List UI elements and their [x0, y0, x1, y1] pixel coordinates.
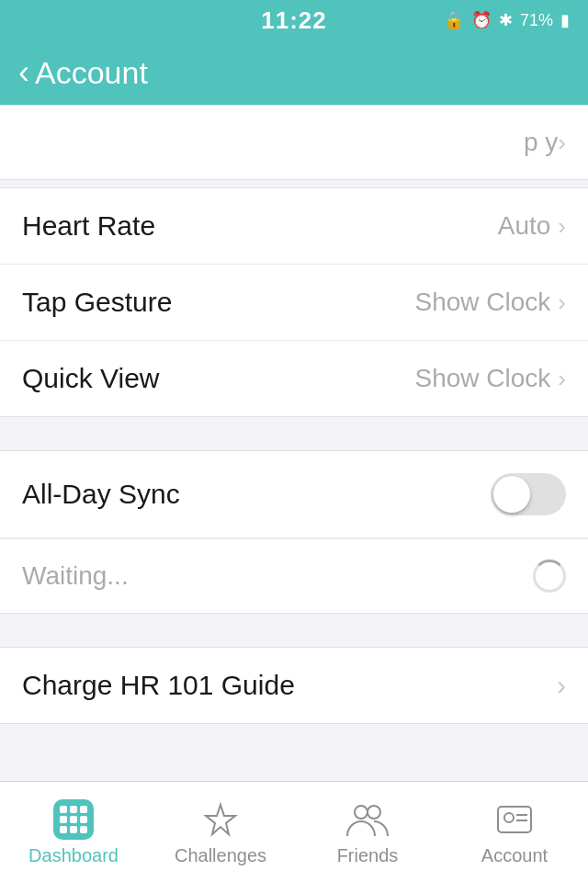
charge-hr-guide-label: Charge HR 101 Guide: [22, 670, 295, 701]
all-day-sync-label: All-Day Sync: [22, 479, 180, 510]
challenges-tab-label: Challenges: [175, 845, 266, 866]
quick-view-chevron-icon: ›: [558, 367, 566, 390]
all-day-sync-row[interactable]: All-Day Sync: [0, 451, 588, 538]
loading-spinner: [533, 560, 566, 593]
friends-tab-label: Friends: [337, 845, 399, 866]
tap-gesture-chevron-icon: ›: [558, 290, 566, 314]
svg-point-2: [368, 806, 380, 819]
account-tab-icon: [492, 797, 537, 842]
heart-rate-chevron-icon: ›: [558, 214, 566, 238]
lock-icon: 🔒: [444, 10, 464, 30]
back-button[interactable]: ‹ Account: [18, 55, 148, 91]
battery-percent: 71%: [520, 11, 553, 30]
tab-account[interactable]: Account: [441, 797, 588, 866]
charge-hr-guide-chevron-icon: ›: [557, 672, 566, 699]
charge-hr-guide-row[interactable]: Charge HR 101 Guide ›: [0, 648, 588, 723]
status-icons: 🔒 ⏰ ✱ 71% ▮: [444, 10, 570, 30]
quick-view-label: Quick View: [22, 363, 160, 394]
back-chevron-icon: ‹: [18, 56, 29, 89]
challenges-tab-icon: [198, 797, 243, 842]
nav-title: Account: [35, 55, 148, 91]
tab-friends[interactable]: Friends: [294, 797, 441, 866]
status-bar: 11:22 🔒 ⏰ ✱ 71% ▮: [0, 0, 588, 40]
tab-dashboard[interactable]: Dashboard: [0, 797, 147, 866]
heart-rate-label: Heart Rate: [22, 210, 155, 242]
settings-section-1: Heart Rate Auto › Tap Gesture Show Clock…: [0, 187, 588, 417]
section-gap-1: [0, 180, 588, 187]
svg-point-1: [355, 806, 368, 819]
svg-point-4: [504, 813, 514, 822]
toggle-knob: [493, 476, 530, 513]
sync-section: All-Day Sync Waiting...: [0, 450, 588, 614]
waiting-row: Waiting...: [0, 538, 588, 613]
svg-marker-0: [206, 805, 235, 834]
alarm-icon: ⏰: [471, 10, 492, 30]
partial-display-row[interactable]: p y ›: [0, 105, 588, 180]
section-gap-3: [0, 614, 588, 647]
partial-value: p y: [524, 128, 558, 157]
guide-section: Charge HR 101 Guide ›: [0, 647, 588, 724]
nav-header: ‹ Account: [0, 40, 588, 105]
account-tab-label: Account: [481, 845, 548, 866]
all-day-sync-toggle[interactable]: [491, 473, 566, 515]
waiting-label: Waiting...: [22, 561, 129, 591]
status-time: 11:22: [261, 6, 327, 35]
tab-bar: Dashboard Challenges Friends: [0, 781, 588, 882]
tap-gesture-value-text: Show Clock: [414, 288, 550, 317]
content-area: p y › Heart Rate Auto › Tap Gesture Show…: [0, 105, 588, 724]
battery-icon: ▮: [560, 10, 570, 30]
dashboard-tab-label: Dashboard: [28, 845, 119, 866]
quick-view-value-text: Show Clock: [414, 364, 550, 393]
heart-rate-row[interactable]: Heart Rate Auto ›: [0, 188, 588, 265]
tap-gesture-label: Tap Gesture: [22, 287, 172, 318]
heart-rate-value: Auto ›: [498, 211, 566, 241]
partial-chevron-icon: ›: [558, 130, 566, 154]
quick-view-row[interactable]: Quick View Show Clock ›: [0, 341, 588, 416]
quick-view-value: Show Clock ›: [414, 364, 566, 393]
heart-rate-value-text: Auto: [498, 211, 551, 241]
dashboard-tab-icon: [51, 797, 96, 842]
bluetooth-icon: ✱: [499, 10, 513, 30]
friends-tab-icon: [345, 797, 390, 842]
tap-gesture-value: Show Clock ›: [414, 288, 566, 317]
tap-gesture-row[interactable]: Tap Gesture Show Clock ›: [0, 265, 588, 341]
tab-challenges[interactable]: Challenges: [147, 797, 294, 866]
section-gap-2: [0, 417, 588, 450]
